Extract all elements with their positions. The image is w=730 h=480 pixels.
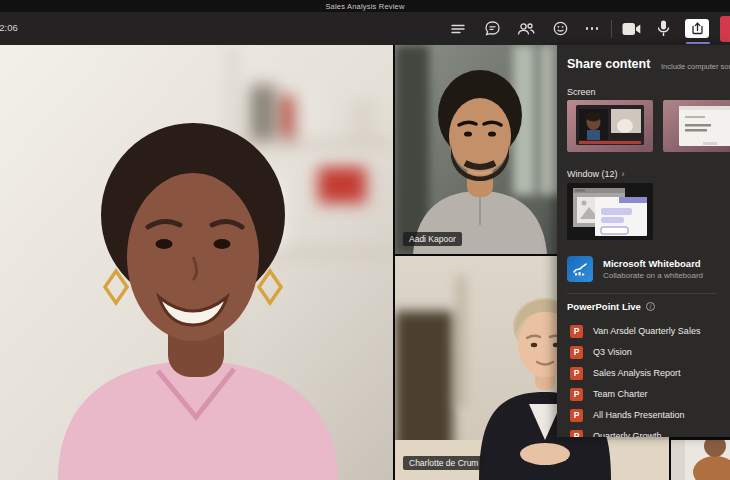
toolbar-controls xyxy=(445,12,730,45)
chevron-right-icon[interactable]: › xyxy=(622,169,625,179)
powerpoint-icon: P xyxy=(570,388,583,401)
screen2-preview xyxy=(663,100,730,152)
teams-meeting-window: Sales Analysis Review 02:06 xyxy=(0,0,730,480)
corner-participant xyxy=(671,440,730,480)
microphone-icon xyxy=(657,20,670,37)
screen-thumbnail-1[interactable] xyxy=(567,100,653,152)
leave-button[interactable] xyxy=(720,16,730,42)
toolbar-divider xyxy=(611,20,612,38)
share-content-button[interactable] xyxy=(684,16,710,42)
chat-icon xyxy=(484,20,501,37)
powerpoint-icon: P xyxy=(570,430,583,438)
participant-video-corner[interactable] xyxy=(671,440,730,480)
share-panel-title: Share content xyxy=(567,57,650,71)
ellipsis-icon xyxy=(586,27,599,30)
camera-icon xyxy=(622,22,641,36)
meeting-title: Sales Analysis Review xyxy=(325,2,404,11)
whiteboard-icon xyxy=(567,256,593,282)
panel-divider xyxy=(567,293,717,294)
ppt-file-item[interactable]: P Sales Analysis Report xyxy=(570,365,725,381)
powerpoint-icon: P xyxy=(570,409,583,422)
meeting-timer: 02:06 xyxy=(0,22,18,33)
powerpoint-icon: P xyxy=(570,346,583,359)
powerpoint-icon: P xyxy=(570,325,583,338)
reactions-smiley-icon xyxy=(552,20,569,37)
titlebar: Sales Analysis Review xyxy=(0,0,730,12)
ppt-file-item[interactable]: P Q3 Vision xyxy=(570,344,725,360)
screen-section-label: Screen xyxy=(567,87,596,97)
screen-thumbnail-2[interactable] xyxy=(663,100,730,152)
meeting-toolbar: 02:06 xyxy=(0,12,730,45)
ppt-file-item[interactable]: P All Hands Presentation xyxy=(570,407,725,423)
ppt-file-item[interactable]: P Van Arsdel Quarterly Sales xyxy=(570,323,725,339)
active-tool-underline xyxy=(686,42,710,45)
camera-button[interactable] xyxy=(618,16,644,42)
powerpoint-live-header: PowerPoint Live i xyxy=(567,301,655,312)
microsoft-whiteboard-item[interactable]: Microsoft Whiteboard Collaborate on a wh… xyxy=(567,253,727,285)
whiteboard-subtitle: Collaborate on a whiteboard xyxy=(603,271,703,280)
screen1-preview xyxy=(567,100,653,152)
menu-lines-icon xyxy=(450,21,466,37)
participant-video-main[interactable] xyxy=(0,45,393,480)
participant-video-aadi[interactable]: Aadi Kapoor xyxy=(395,45,565,254)
ppt-file-item[interactable]: P Quarterly Growth xyxy=(570,428,725,437)
participants-button[interactable] xyxy=(513,16,539,42)
window-section-label: Window (12)› xyxy=(567,169,625,179)
window-thumbnail[interactable] xyxy=(567,183,653,240)
ppt-file-item[interactable]: P Team Charter xyxy=(570,386,725,402)
notes-button[interactable] xyxy=(445,16,471,42)
powerpoint-live-label: PowerPoint Live xyxy=(567,301,641,312)
participant-nametag: Aadi Kapoor xyxy=(403,232,462,246)
whiteboard-title: Microsoft Whiteboard xyxy=(603,258,703,269)
share-content-panel: Share content Include computer sound Scr… xyxy=(557,45,730,437)
share-tray-icon xyxy=(685,19,709,38)
powerpoint-icon: P xyxy=(570,367,583,380)
window-preview xyxy=(567,183,653,240)
reactions-button[interactable] xyxy=(547,16,573,42)
participants-icon xyxy=(517,21,535,37)
more-options-button[interactable] xyxy=(579,16,605,42)
video-stage: Aadi Kapoor xyxy=(0,45,730,480)
whiteboard-text: Microsoft Whiteboard Collaborate on a wh… xyxy=(603,258,703,280)
include-computer-sound-label[interactable]: Include computer sound xyxy=(661,62,730,71)
aadi-portrait xyxy=(395,45,565,254)
main-speaker-portrait xyxy=(0,45,393,480)
info-icon[interactable]: i xyxy=(646,302,655,311)
participant-nametag: Charlotte de Crum xyxy=(403,456,484,470)
microphone-button[interactable] xyxy=(650,16,676,42)
chat-button[interactable] xyxy=(479,16,505,42)
